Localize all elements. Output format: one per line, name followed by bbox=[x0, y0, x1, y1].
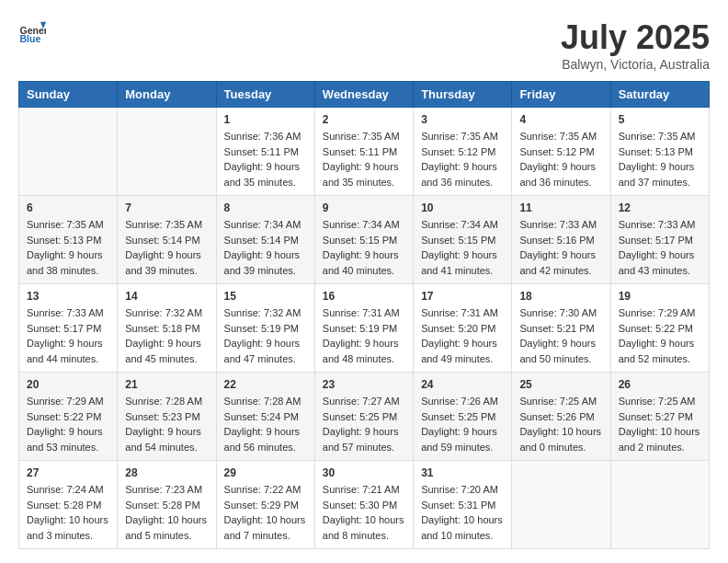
cell-date-number: 3 bbox=[421, 113, 504, 126]
empty-cell bbox=[610, 461, 709, 549]
cell-info: Sunrise: 7:28 AMSunset: 5:24 PMDaylight:… bbox=[224, 394, 307, 454]
date-cell-7: 7Sunrise: 7:35 AMSunset: 5:14 PMDaylight… bbox=[118, 196, 216, 284]
cell-info: Sunrise: 7:31 AMSunset: 5:19 PMDaylight:… bbox=[323, 305, 405, 366]
cell-date-number: 22 bbox=[224, 378, 307, 391]
empty-cell bbox=[118, 108, 216, 196]
cell-date-number: 16 bbox=[323, 290, 405, 303]
cell-info: Sunrise: 7:35 AMSunset: 5:13 PMDaylight:… bbox=[27, 217, 109, 278]
cell-info: Sunrise: 7:34 AMSunset: 5:14 PMDaylight:… bbox=[224, 217, 307, 278]
day-header-friday: Friday bbox=[512, 82, 610, 108]
cell-info: Sunrise: 7:24 AMSunset: 5:28 PMDaylight:… bbox=[27, 482, 109, 543]
cell-date-number: 2 bbox=[323, 113, 405, 126]
cell-info: Sunrise: 7:20 AMSunset: 5:31 PMDaylight:… bbox=[421, 482, 504, 543]
date-cell-12: 12Sunrise: 7:33 AMSunset: 5:17 PMDayligh… bbox=[610, 196, 709, 284]
cell-info: Sunrise: 7:22 AMSunset: 5:29 PMDaylight:… bbox=[224, 482, 307, 543]
cell-date-number: 17 bbox=[421, 290, 504, 303]
cell-info: Sunrise: 7:34 AMSunset: 5:15 PMDaylight:… bbox=[421, 217, 504, 278]
cell-info: Sunrise: 7:29 AMSunset: 5:22 PMDaylight:… bbox=[619, 305, 701, 366]
calendar-week-row: 27Sunrise: 7:24 AMSunset: 5:28 PMDayligh… bbox=[19, 461, 710, 549]
logo-icon: General Blue bbox=[18, 18, 46, 46]
cell-date-number: 31 bbox=[421, 466, 504, 479]
cell-date-number: 11 bbox=[519, 201, 602, 214]
cell-info: Sunrise: 7:28 AMSunset: 5:23 PMDaylight:… bbox=[125, 394, 208, 454]
date-cell-13: 13Sunrise: 7:33 AMSunset: 5:17 PMDayligh… bbox=[19, 284, 118, 373]
date-cell-30: 30Sunrise: 7:21 AMSunset: 5:30 PMDayligh… bbox=[314, 461, 413, 549]
cell-date-number: 8 bbox=[224, 201, 307, 214]
cell-info: Sunrise: 7:35 AMSunset: 5:11 PMDaylight:… bbox=[323, 129, 405, 190]
day-header-tuesday: Tuesday bbox=[216, 82, 314, 108]
cell-date-number: 13 bbox=[27, 290, 109, 303]
cell-info: Sunrise: 7:29 AMSunset: 5:22 PMDaylight:… bbox=[27, 394, 109, 454]
day-header-wednesday: Wednesday bbox=[314, 82, 413, 108]
calendar-week-row: 6Sunrise: 7:35 AMSunset: 5:13 PMDaylight… bbox=[19, 196, 710, 284]
cell-info: Sunrise: 7:30 AMSunset: 5:21 PMDaylight:… bbox=[519, 305, 602, 366]
cell-date-number: 10 bbox=[421, 201, 504, 214]
day-header-thursday: Thursday bbox=[414, 82, 512, 108]
cell-info: Sunrise: 7:34 AMSunset: 5:15 PMDaylight:… bbox=[323, 217, 405, 278]
day-header-sunday: Sunday bbox=[19, 82, 118, 108]
month-year-title: July 2025 bbox=[561, 18, 710, 57]
date-cell-5: 5Sunrise: 7:35 AMSunset: 5:13 PMDaylight… bbox=[610, 108, 709, 196]
date-cell-27: 27Sunrise: 7:24 AMSunset: 5:28 PMDayligh… bbox=[19, 461, 118, 549]
date-cell-3: 3Sunrise: 7:35 AMSunset: 5:12 PMDaylight… bbox=[414, 108, 512, 196]
cell-date-number: 7 bbox=[125, 201, 208, 214]
cell-date-number: 28 bbox=[125, 466, 208, 479]
cell-date-number: 20 bbox=[27, 378, 109, 391]
date-cell-14: 14Sunrise: 7:32 AMSunset: 5:18 PMDayligh… bbox=[118, 284, 216, 373]
calendar-table: SundayMondayTuesdayWednesdayThursdayFrid… bbox=[18, 81, 710, 549]
cell-date-number: 29 bbox=[224, 466, 307, 479]
cell-info: Sunrise: 7:33 AMSunset: 5:17 PMDaylight:… bbox=[619, 217, 701, 278]
cell-date-number: 5 bbox=[619, 113, 701, 126]
cell-date-number: 12 bbox=[619, 201, 701, 214]
calendar-week-row: 13Sunrise: 7:33 AMSunset: 5:17 PMDayligh… bbox=[19, 284, 710, 373]
svg-text:Blue: Blue bbox=[20, 33, 41, 44]
date-cell-31: 31Sunrise: 7:20 AMSunset: 5:31 PMDayligh… bbox=[414, 461, 512, 549]
page-header: General Blue July 2025 Balwyn, Victoria,… bbox=[18, 18, 710, 72]
cell-info: Sunrise: 7:21 AMSunset: 5:30 PMDaylight:… bbox=[323, 482, 405, 543]
calendar-header-row: SundayMondayTuesdayWednesdayThursdayFrid… bbox=[19, 82, 710, 108]
date-cell-26: 26Sunrise: 7:25 AMSunset: 5:27 PMDayligh… bbox=[610, 373, 709, 461]
location-subtitle: Balwyn, Victoria, Australia bbox=[561, 57, 710, 72]
logo: General Blue bbox=[18, 18, 46, 46]
cell-date-number: 14 bbox=[125, 290, 208, 303]
date-cell-10: 10Sunrise: 7:34 AMSunset: 5:15 PMDayligh… bbox=[414, 196, 512, 284]
date-cell-16: 16Sunrise: 7:31 AMSunset: 5:19 PMDayligh… bbox=[314, 284, 413, 373]
cell-info: Sunrise: 7:23 AMSunset: 5:28 PMDaylight:… bbox=[125, 482, 208, 543]
cell-info: Sunrise: 7:31 AMSunset: 5:20 PMDaylight:… bbox=[421, 305, 504, 366]
cell-date-number: 21 bbox=[125, 378, 208, 391]
date-cell-17: 17Sunrise: 7:31 AMSunset: 5:20 PMDayligh… bbox=[414, 284, 512, 373]
cell-info: Sunrise: 7:35 AMSunset: 5:12 PMDaylight:… bbox=[519, 129, 602, 190]
cell-info: Sunrise: 7:32 AMSunset: 5:19 PMDaylight:… bbox=[224, 305, 307, 366]
cell-date-number: 19 bbox=[619, 290, 701, 303]
cell-info: Sunrise: 7:35 AMSunset: 5:14 PMDaylight:… bbox=[125, 217, 208, 278]
cell-date-number: 4 bbox=[519, 113, 602, 126]
cell-date-number: 1 bbox=[224, 113, 307, 126]
cell-date-number: 26 bbox=[619, 378, 701, 391]
date-cell-29: 29Sunrise: 7:22 AMSunset: 5:29 PMDayligh… bbox=[216, 461, 314, 549]
date-cell-28: 28Sunrise: 7:23 AMSunset: 5:28 PMDayligh… bbox=[118, 461, 216, 549]
date-cell-4: 4Sunrise: 7:35 AMSunset: 5:12 PMDaylight… bbox=[512, 108, 610, 196]
cell-info: Sunrise: 7:35 AMSunset: 5:13 PMDaylight:… bbox=[619, 129, 701, 190]
date-cell-9: 9Sunrise: 7:34 AMSunset: 5:15 PMDaylight… bbox=[314, 196, 413, 284]
date-cell-11: 11Sunrise: 7:33 AMSunset: 5:16 PMDayligh… bbox=[512, 196, 610, 284]
cell-info: Sunrise: 7:33 AMSunset: 5:17 PMDaylight:… bbox=[27, 305, 109, 366]
cell-info: Sunrise: 7:25 AMSunset: 5:27 PMDaylight:… bbox=[619, 394, 701, 454]
cell-date-number: 24 bbox=[421, 378, 504, 391]
cell-info: Sunrise: 7:33 AMSunset: 5:16 PMDaylight:… bbox=[519, 217, 602, 278]
date-cell-24: 24Sunrise: 7:26 AMSunset: 5:25 PMDayligh… bbox=[414, 373, 512, 461]
cell-date-number: 15 bbox=[224, 290, 307, 303]
date-cell-23: 23Sunrise: 7:27 AMSunset: 5:25 PMDayligh… bbox=[314, 373, 413, 461]
cell-info: Sunrise: 7:26 AMSunset: 5:25 PMDaylight:… bbox=[421, 394, 504, 454]
cell-info: Sunrise: 7:25 AMSunset: 5:26 PMDaylight:… bbox=[519, 394, 602, 454]
day-header-saturday: Saturday bbox=[610, 82, 709, 108]
cell-date-number: 25 bbox=[519, 378, 602, 391]
cell-date-number: 18 bbox=[519, 290, 602, 303]
empty-cell bbox=[512, 461, 610, 549]
cell-info: Sunrise: 7:35 AMSunset: 5:12 PMDaylight:… bbox=[421, 129, 504, 190]
cell-info: Sunrise: 7:36 AMSunset: 5:11 PMDaylight:… bbox=[224, 129, 307, 190]
date-cell-6: 6Sunrise: 7:35 AMSunset: 5:13 PMDaylight… bbox=[19, 196, 118, 284]
cell-info: Sunrise: 7:32 AMSunset: 5:18 PMDaylight:… bbox=[125, 305, 208, 366]
cell-date-number: 27 bbox=[27, 466, 109, 479]
cell-date-number: 6 bbox=[27, 201, 109, 214]
date-cell-8: 8Sunrise: 7:34 AMSunset: 5:14 PMDaylight… bbox=[216, 196, 314, 284]
